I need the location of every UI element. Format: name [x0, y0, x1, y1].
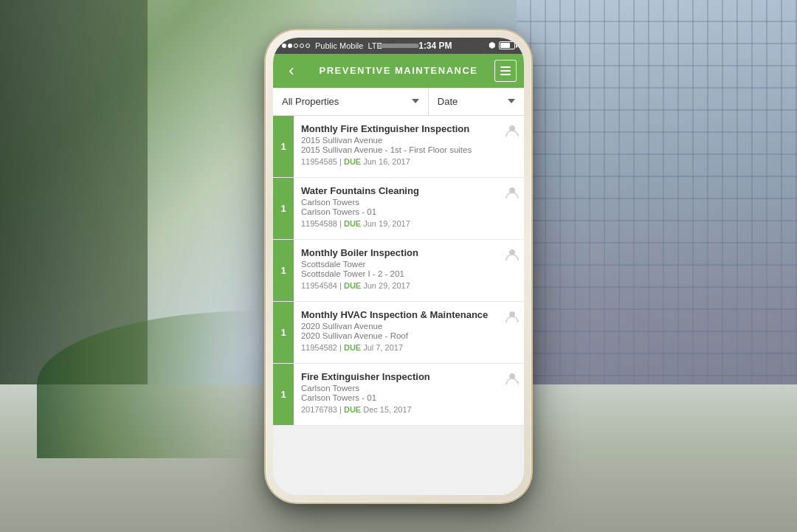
task-due-date: Jul 7, 2017	[363, 343, 403, 352]
task-user-icon	[500, 302, 524, 363]
phone-frame: Public Mobile LTE 1:34 PM ⬢ ‹ PREVENTIVE…	[266, 30, 531, 502]
task-title: Water Fountains Cleaning	[301, 185, 493, 196]
task-location-primary: 2020 Sullivan Avenue	[301, 322, 493, 331]
task-content: Fire Extinguisher Inspection Carlson Tow…	[294, 364, 500, 425]
task-content: Monthly Fire Extinguisher Inspection 201…	[294, 116, 500, 177]
task-meta: 11954585 | DUE Jun 16, 2017	[301, 157, 493, 166]
hamburger-icon	[500, 66, 511, 75]
bluetooth-icon: ⬢	[489, 41, 496, 50]
task-due-label: DUE	[344, 281, 361, 290]
task-list: 1 Monthly Fire Extinguisher Inspection 2…	[273, 116, 524, 495]
date-dropdown-arrow	[508, 99, 515, 103]
task-item[interactable]: 1 Monthly Fire Extinguisher Inspection 2…	[273, 116, 524, 178]
task-location-primary: Scottsdale Tower	[301, 260, 493, 269]
task-due-date: Jun 19, 2017	[363, 219, 410, 228]
task-content: Monthly Boiler Inspection Scottsdale Tow…	[294, 240, 500, 301]
signal-dot-5	[306, 44, 310, 48]
menu-line-3	[500, 74, 511, 75]
signal-dot-1	[282, 44, 286, 48]
task-meta: 11954588 | DUE Jun 19, 2017	[301, 219, 493, 228]
task-location-primary: Carlson Towers	[301, 384, 493, 393]
task-badge: 1	[273, 178, 294, 239]
status-time: 1:34 PM	[418, 41, 452, 51]
signal-dot-4	[300, 44, 304, 48]
task-badge: 1	[273, 116, 294, 177]
menu-line-2	[500, 70, 511, 72]
task-item[interactable]: 1 Monthly HVAC Inspection & Maintenance …	[273, 302, 524, 364]
signal-dot-2	[288, 44, 292, 48]
properties-filter[interactable]: All Properties	[273, 88, 429, 115]
task-due-label: DUE	[344, 219, 361, 228]
user-avatar-icon	[505, 309, 520, 324]
task-meta: 11954584 | DUE Jun 29, 2017	[301, 281, 493, 290]
status-right: ⬢	[489, 41, 515, 50]
task-id: 11954588	[301, 219, 337, 228]
task-location-secondary: 2020 Sullivan Avenue - Roof	[301, 331, 493, 340]
user-avatar-icon	[505, 185, 520, 200]
task-item[interactable]: 1 Water Fountains Cleaning Carlson Tower…	[273, 178, 524, 240]
task-due-date: Dec 15, 2017	[363, 405, 411, 414]
task-due-label: DUE	[344, 405, 361, 414]
task-badge: 1	[273, 240, 294, 301]
task-id: 11954582	[301, 343, 337, 352]
task-title: Monthly HVAC Inspection & Maintenance	[301, 309, 493, 320]
user-avatar-icon	[505, 371, 520, 386]
signal-strength	[282, 44, 310, 48]
properties-dropdown-arrow	[412, 99, 419, 103]
status-left: Public Mobile LTE	[282, 41, 382, 50]
phone-speaker	[379, 44, 419, 48]
task-user-icon	[500, 364, 524, 425]
task-item[interactable]: 1 Monthly Boiler Inspection Scottsdale T…	[273, 240, 524, 302]
task-location-secondary: Carlson Towers - 01	[301, 393, 493, 402]
task-location-secondary: 2015 Sullivan Avenue - 1st - First Floor…	[301, 145, 493, 154]
task-due-date: Jun 29, 2017	[363, 281, 410, 290]
phone-mockup: Public Mobile LTE 1:34 PM ⬢ ‹ PREVENTIVE…	[266, 30, 531, 502]
task-location-primary: Carlson Towers	[301, 198, 493, 207]
date-filter[interactable]: Date	[429, 88, 524, 115]
task-due-date: Jun 16, 2017	[363, 157, 410, 166]
task-user-icon	[500, 178, 524, 239]
properties-filter-label: All Properties	[282, 96, 339, 107]
task-due-label: DUE	[344, 157, 361, 166]
task-meta: 20176783 | DUE Dec 15, 2017	[301, 405, 493, 414]
user-avatar-icon	[505, 123, 520, 138]
app-header: ‹ PREVENTIVE MAINTENANCE	[273, 54, 524, 88]
carrier-label: Public Mobile	[315, 41, 363, 50]
task-due-label: DUE	[344, 343, 361, 352]
app-title: PREVENTIVE MAINTENANCE	[319, 65, 477, 76]
task-id: 20176783	[301, 405, 337, 414]
menu-button[interactable]	[494, 60, 517, 82]
signal-dot-3	[294, 44, 298, 48]
task-meta: 11954582 | DUE Jul 7, 2017	[301, 343, 493, 352]
task-title: Monthly Fire Extinguisher Inspection	[301, 123, 493, 134]
battery-fill	[500, 43, 511, 48]
task-content: Monthly HVAC Inspection & Maintenance 20…	[294, 302, 500, 363]
phone-screen: Public Mobile LTE 1:34 PM ⬢ ‹ PREVENTIVE…	[273, 38, 524, 495]
task-location-primary: 2015 Sullivan Avenue	[301, 136, 493, 145]
back-button[interactable]: ‹	[280, 61, 303, 80]
task-id: 11954584	[301, 281, 337, 290]
task-user-icon	[500, 240, 524, 301]
user-avatar-icon	[505, 247, 520, 262]
filter-bar: All Properties Date	[273, 88, 524, 116]
date-filter-label: Date	[438, 96, 458, 107]
task-title: Monthly Boiler Inspection	[301, 247, 493, 258]
task-location-secondary: Carlson Towers - 01	[301, 207, 493, 216]
task-user-icon	[500, 116, 524, 177]
task-id: 11954585	[301, 157, 337, 166]
battery-indicator	[499, 41, 515, 49]
task-location-secondary: Scottsdale Tower I - 2 - 201	[301, 269, 493, 278]
task-badge: 1	[273, 302, 294, 363]
task-title: Fire Extinguisher Inspection	[301, 371, 493, 382]
task-content: Water Fountains Cleaning Carlson Towers …	[294, 178, 500, 239]
menu-line-1	[500, 66, 511, 68]
task-badge: 1	[273, 364, 294, 425]
task-item[interactable]: 1 Fire Extinguisher Inspection Carlson T…	[273, 364, 524, 426]
